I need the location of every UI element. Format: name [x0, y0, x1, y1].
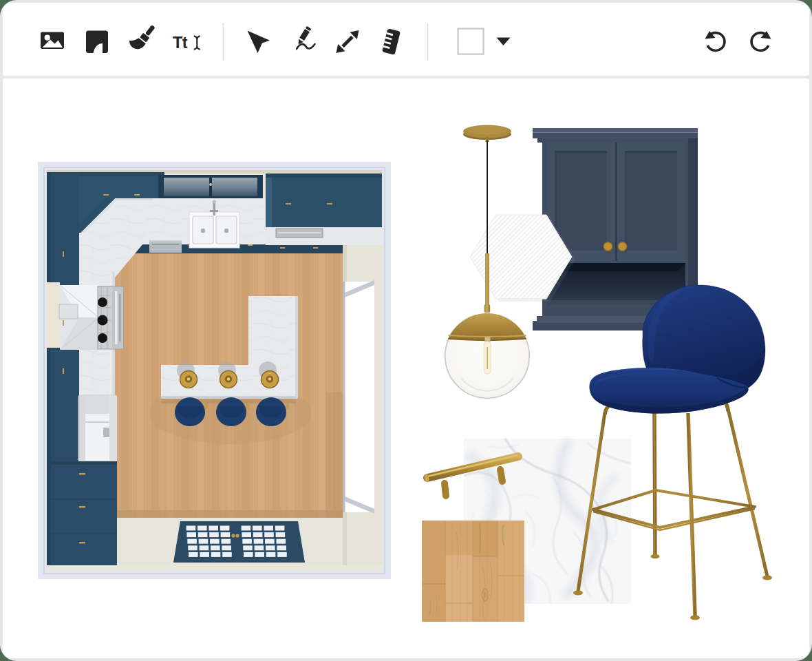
svg-text:Tt: Tt — [173, 34, 188, 52]
